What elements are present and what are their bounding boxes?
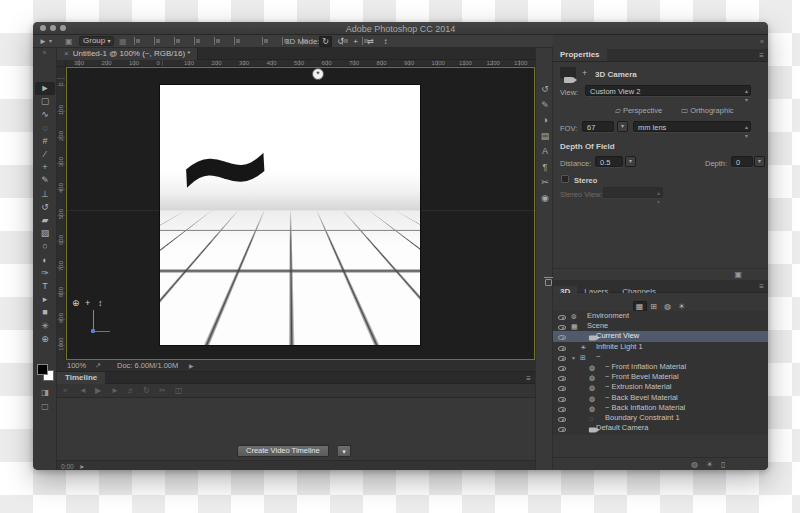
type-tool[interactable]: T [35, 280, 55, 293]
properties-menu-icon[interactable]: ≡ [759, 51, 764, 60]
visibility-eye-icon[interactable] [558, 427, 566, 432]
tool-preset-arrow-icon[interactable]: ▾ [49, 37, 52, 46]
quick-selection-tool[interactable]: ◌ [35, 122, 55, 135]
lasso-tool[interactable]: ∿ [35, 108, 55, 121]
tree-item--back-bevel-material[interactable]: ◍~ Back Bevel Material [553, 393, 768, 403]
transform-controls-icon[interactable]: ▦ [119, 37, 127, 46]
next-frame-button[interactable]: ► [111, 387, 119, 395]
auto-select-dropdown[interactable]: Group ▾ [79, 36, 114, 46]
stereo-checkbox[interactable] [561, 175, 569, 183]
pen-tool[interactable]: ✑ [35, 267, 55, 280]
visibility-eye-icon[interactable] [558, 407, 566, 412]
tree-item-default-camera[interactable]: Default Camera [553, 423, 768, 433]
vertical-ruler[interactable]: 01002003004005006007008009001000 [57, 67, 66, 360]
character-panel-icon[interactable]: A [536, 146, 554, 156]
shape-tool[interactable]: ■ [35, 306, 55, 319]
distance-input[interactable]: 0.5 [595, 156, 623, 167]
orbit-widget-icon[interactable]: ⊕ [72, 298, 80, 308]
document-tab[interactable]: ×Untitled-1 @ 100% (~, RGB/16) * [57, 48, 198, 60]
tree-item--front-bevel-material[interactable]: ◍~ Front Bevel Material [553, 372, 768, 382]
slide-3d-camera-icon[interactable]: ⇄ [364, 36, 377, 47]
properties-tab[interactable]: Properties [553, 49, 607, 61]
zoom-tool[interactable]: ⊕ [35, 333, 55, 346]
marquee-tool[interactable]: ▢ [35, 95, 55, 108]
visibility-eye-icon[interactable] [558, 315, 566, 320]
tree-item-environment[interactable]: ⊚Environment [553, 311, 768, 321]
tree-item-current-view[interactable]: Current View [553, 331, 768, 341]
canvas-viewport[interactable]: ~ * ⊕+↕ [66, 67, 535, 360]
add-environment-icon[interactable]: ◍ [691, 460, 698, 469]
timeline-menu-icon[interactable]: ≡ [526, 374, 531, 383]
eraser-tool[interactable]: ▰ [35, 214, 55, 227]
brush-presets-panel-icon[interactable]: ✎ [536, 100, 554, 110]
fov-input[interactable]: 67 [582, 121, 614, 132]
visibility-eye-icon[interactable] [558, 417, 566, 422]
loop-button[interactable]: ↻ [143, 387, 150, 395]
path-selection-tool[interactable]: ▸ [35, 293, 55, 306]
depth-stepper[interactable]: ▾ [754, 156, 765, 167]
foreground-color-swatch[interactable] [37, 364, 48, 375]
align-vertical-centers-icon[interactable] [153, 37, 161, 45]
layer-comps-panel-icon[interactable]: ▤ [536, 131, 554, 141]
3d-panel-menu-icon[interactable]: ≡ [759, 282, 764, 291]
play-button[interactable]: ▶ [95, 387, 101, 395]
axis-x[interactable] [93, 331, 110, 332]
healing-brush-tool[interactable]: + [35, 161, 55, 174]
dock-collapse-icon[interactable]: » [760, 38, 764, 45]
view-select[interactable]: Custom View 2▴▾ [585, 85, 751, 96]
paragraph-panel-icon[interactable]: ¶ [536, 162, 554, 172]
info-panel-icon[interactable]: ◉ [536, 193, 554, 203]
ruler-corner[interactable] [57, 60, 66, 67]
screen-mode-button[interactable]: ▢ [35, 400, 55, 413]
history-panel-icon[interactable]: ↺ [536, 84, 554, 94]
tree-item-boundary-constraint-1[interactable]: ◌Boundary Constraint 1 [553, 413, 768, 423]
brush-tool[interactable]: ✎ [35, 174, 55, 187]
export-icon[interactable]: ↗ [95, 362, 101, 370]
visibility-eye-icon[interactable] [558, 335, 566, 340]
first-frame-button[interactable]: « [63, 387, 67, 395]
pan-3d-camera-icon[interactable]: + [349, 36, 362, 47]
dolly-3d-camera-icon[interactable]: ↕ [379, 36, 392, 47]
tree-item--[interactable]: ▼⊞~ [553, 352, 768, 362]
camera-properties-icon[interactable] [560, 67, 576, 79]
align-right-edges-icon[interactable] [233, 37, 241, 45]
tree-item-infinite-light-1[interactable]: ☀Infinite Light 1 [553, 342, 768, 352]
visibility-eye-icon[interactable] [558, 376, 566, 381]
tools-collapse-icon[interactable]: » [33, 49, 56, 56]
align-top-edges-icon[interactable] [133, 37, 141, 45]
tree-item--front-inflation-material[interactable]: ◍~ Front Inflation Material [553, 362, 768, 372]
clone-source-panel-icon[interactable]: ✂ [536, 177, 554, 187]
ground-plane-icon[interactable]: ▣ [734, 270, 742, 279]
clone-stamp-tool[interactable]: ⊥ [35, 188, 55, 201]
dodge-tool[interactable]: ◐ [35, 254, 55, 267]
create-video-timeline-dropdown[interactable]: ▾ [338, 445, 351, 457]
axis-origin[interactable] [91, 329, 95, 333]
create-video-timeline-button[interactable]: Create Video Timeline [237, 445, 329, 457]
eyedropper-tool[interactable]: ⁄ [35, 148, 55, 161]
auto-select-icon[interactable]: ▣ [65, 37, 73, 46]
status-more-icon[interactable]: ▶ [189, 362, 194, 370]
orbit-3d-camera-icon[interactable]: ↻ [319, 36, 332, 47]
new-light-icon[interactable]: ☀ [706, 460, 713, 469]
adjustments-panel-icon[interactable]: ◑ [536, 115, 554, 125]
pan-widget-icon[interactable]: + [85, 298, 90, 308]
history-brush-tool[interactable]: ↺ [35, 201, 55, 214]
tree-item--extrusion-material[interactable]: ◍~ Extrusion Material [553, 382, 768, 392]
visibility-eye-icon[interactable] [558, 366, 566, 371]
distribute-top-edges-icon[interactable] [261, 37, 269, 45]
visibility-eye-icon[interactable] [558, 325, 566, 330]
split-button[interactable]: ✂ [159, 387, 166, 395]
crop-tool[interactable]: # [35, 135, 55, 148]
zoom-level-field[interactable]: 100% [67, 362, 86, 370]
3d-tilde-mesh[interactable]: ~ [160, 104, 293, 231]
horizontal-ruler[interactable]: 3002001000100200300400500600700800900100… [66, 60, 535, 67]
move-tool[interactable]: ► [35, 82, 55, 95]
previous-frame-button[interactable]: ◄ [79, 387, 87, 395]
dolly-widget-icon[interactable]: ↕ [98, 298, 103, 308]
camera-coordinates-icon[interactable]: + [582, 69, 587, 78]
perspective-button[interactable]: ▱ Perspective [615, 106, 662, 115]
visibility-eye-icon[interactable] [558, 356, 566, 361]
align-horizontal-centers-icon[interactable] [213, 37, 221, 45]
gradient-tool[interactable]: ▨ [35, 227, 55, 240]
infinite-light-widget[interactable]: * [312, 68, 324, 80]
